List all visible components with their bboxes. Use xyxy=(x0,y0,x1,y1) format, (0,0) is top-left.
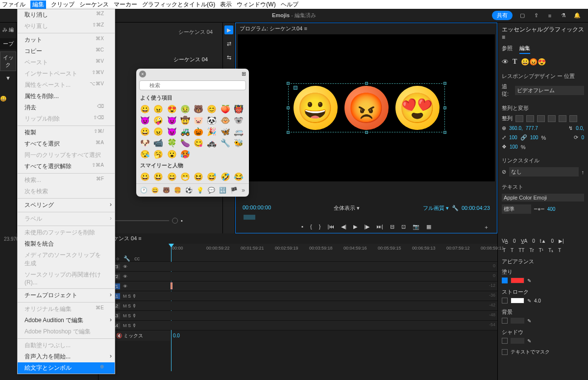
picker-emoji[interactable]: 😃 xyxy=(153,172,165,181)
notifications-icon[interactable]: 🔔 xyxy=(573,12,581,20)
add-marker-icon[interactable]: ▪ xyxy=(301,224,303,230)
picker-emoji[interactable]: 🎉 xyxy=(207,127,218,136)
opacity-value[interactable]: 100 xyxy=(510,144,518,150)
edit-menu-item[interactable]: 取り消し⌘Z xyxy=(18,9,115,21)
leading-icon[interactable]: t▲ xyxy=(540,238,546,244)
eyedropper-icon-4[interactable]: ✎ xyxy=(527,338,531,344)
picker-emoji[interactable]: 😆 xyxy=(194,172,205,181)
picker-category-icon[interactable]: ⚽ xyxy=(185,187,193,194)
program-quality[interactable]: フル画質 xyxy=(423,205,444,211)
play-icon[interactable]: ▶ xyxy=(353,224,357,230)
picker-emoji[interactable]: 📹 xyxy=(153,138,165,148)
menubar-item-7[interactable]: ウィンドウ(W) xyxy=(237,0,275,9)
stroke-width[interactable]: 4.0 xyxy=(534,298,541,304)
workspace-icon[interactable]: ▢ xyxy=(518,12,526,20)
picker-emoji[interactable]: 🔧 xyxy=(220,138,232,148)
menubar-item-5[interactable]: グラフィックとタイトル(G) xyxy=(142,0,215,9)
bg-swatch[interactable] xyxy=(511,318,524,324)
picker-emoji[interactable]: 🐝 xyxy=(234,138,245,148)
edit-menu-item[interactable]: すべてを選択⌘A xyxy=(18,138,115,150)
edit-menu-dropdown[interactable]: 取り消し⌘Zやり直し⇧⌘Zカット⌘Xコピー⌘Cペースト⌘Vインサートペースト⇧⌘… xyxy=(17,9,115,374)
text-style-button[interactable]: Tr xyxy=(528,247,535,254)
align-left-button[interactable] xyxy=(515,115,523,122)
edit-menu-item[interactable]: 絵文字とシンボル⊕ xyxy=(18,362,115,374)
picker-emoji[interactable]: 🤣 xyxy=(220,172,232,181)
picker-emoji[interactable]: 🥱 xyxy=(153,150,165,159)
settings-icon[interactable]: ≡ xyxy=(546,12,554,20)
tracking-icon[interactable]: V̲A xyxy=(521,238,528,244)
edit-menu-item[interactable]: 消去⌫ xyxy=(18,102,115,113)
eyedropper-icon[interactable]: ✎ xyxy=(527,278,531,283)
mark-out-icon[interactable]: } xyxy=(319,224,321,230)
rotation-icon[interactable]: ⟳ xyxy=(574,134,578,141)
picker-category-icon[interactable]: 🐻 xyxy=(163,187,170,194)
picker-emoji[interactable]: 🤪 xyxy=(153,116,165,125)
scale-y-value[interactable]: 100 xyxy=(530,135,539,140)
mask-toggle[interactable] xyxy=(502,349,508,355)
picker-search-input[interactable] xyxy=(139,80,246,90)
picker-emoji[interactable]: 🥵 xyxy=(180,150,192,159)
button-editor-icon[interactable]: ＋ xyxy=(484,224,489,231)
picker-category-icon[interactable]: 💡 xyxy=(196,187,204,194)
shadow-swatch[interactable] xyxy=(511,338,524,344)
picker-emoji[interactable]: 😈 xyxy=(140,116,151,125)
picker-emoji[interactable]: 🐨 xyxy=(234,116,245,125)
picker-emoji[interactable]: 😠 xyxy=(153,104,165,114)
ripple-edit-tool[interactable]: ⇆ xyxy=(224,53,233,62)
fill-swatch[interactable] xyxy=(511,278,524,283)
anchor-icon[interactable]: ↯ xyxy=(568,125,573,131)
markers-icon[interactable]: ⟐ xyxy=(116,255,120,262)
align-top-button[interactable] xyxy=(548,115,556,122)
picker-category-icon[interactable]: 💬 xyxy=(208,187,215,194)
edit-menu-item[interactable]: 属性を削除... xyxy=(18,91,115,102)
kerning-icon[interactable]: VA̲ xyxy=(502,238,508,244)
link-none-icon[interactable]: ⊘ xyxy=(502,169,506,175)
program-scrubber[interactable] xyxy=(243,215,490,220)
scale-link-icon[interactable]: 🔗 xyxy=(520,134,527,141)
picker-emoji[interactable]: 😀 xyxy=(140,104,151,114)
picker-emoji[interactable]: 🤠 xyxy=(180,116,192,125)
stroke-swatch[interactable] xyxy=(511,298,524,304)
source-seq-name[interactable]: シーケンス 04 xyxy=(173,56,208,63)
share-button[interactable]: 共有 xyxy=(492,11,513,20)
text-style-button[interactable]: T¹ xyxy=(538,247,544,254)
go-to-out-icon[interactable]: ⏭| xyxy=(376,224,383,230)
picker-emoji[interactable]: 👹 xyxy=(234,104,245,114)
picker-emoji[interactable]: 🚓 xyxy=(207,138,218,148)
scale-icon[interactable]: ⤢ xyxy=(502,134,506,141)
program-viewport[interactable]: 😀 😡 😍 xyxy=(238,34,495,181)
system-menubar[interactable]: ファイル編集クリップシーケンスマーカーグラフィックとタイトル(G)表示ウィンドウ… xyxy=(0,0,588,9)
program-fit[interactable]: 全体表示 xyxy=(334,205,355,211)
selection-tool[interactable]: ▶ xyxy=(224,25,233,34)
edit-menu-item[interactable]: 複製⇧⌘/ xyxy=(18,127,115,138)
menubar-item-6[interactable]: 表示 xyxy=(220,0,232,9)
edit-menu-item[interactable]: スペリング xyxy=(18,200,115,211)
picker-emoji[interactable]: 😂 xyxy=(234,172,245,181)
tab-quick[interactable]: イック xyxy=(0,51,16,71)
eg-tab-browse[interactable]: 参照 xyxy=(502,45,513,54)
picker-emoji[interactable]: 🚜 xyxy=(180,127,192,136)
picker-category-icon[interactable]: 😀 xyxy=(151,187,159,194)
track-A2[interactable]: 🔒A2M S 🎙-42 xyxy=(98,301,497,310)
picker-emoji[interactable]: 🐶 xyxy=(140,138,151,148)
eyedropper-icon-2[interactable]: ✎ xyxy=(527,298,531,304)
align-middle-button[interactable] xyxy=(559,115,566,122)
edit-menu-item[interactable]: Adobe Audition で編集 xyxy=(18,315,115,326)
text-style-button[interactable]: T₁ xyxy=(547,247,554,254)
align-bottom-button[interactable] xyxy=(569,115,577,122)
layer-text[interactable]: 😀😡😍 xyxy=(521,58,546,66)
picker-category-icon[interactable]: 🏴 xyxy=(230,187,238,194)
scale-x-value[interactable]: 100 xyxy=(509,135,517,140)
go-to-in-icon[interactable]: |⏮ xyxy=(327,224,334,230)
text-style-button[interactable]: T xyxy=(557,247,562,254)
picker-close-button[interactable]: × xyxy=(139,71,146,77)
picker-emoji[interactable]: 🤢 xyxy=(180,104,192,114)
edit-menu-item[interactable]: 複製を統合 xyxy=(18,238,115,250)
edit-menu-item[interactable]: コピー⌘C xyxy=(18,46,115,57)
pos-y-value[interactable]: 777.7 xyxy=(526,126,538,131)
picker-emoji[interactable]: 😁 xyxy=(180,172,192,181)
picker-category-icon[interactable]: 🔣 xyxy=(219,187,226,194)
align-center-button[interactable] xyxy=(526,115,534,122)
extract-icon[interactable]: ⊡ xyxy=(401,224,406,230)
picker-emoji[interactable]: 😈 xyxy=(167,127,178,136)
